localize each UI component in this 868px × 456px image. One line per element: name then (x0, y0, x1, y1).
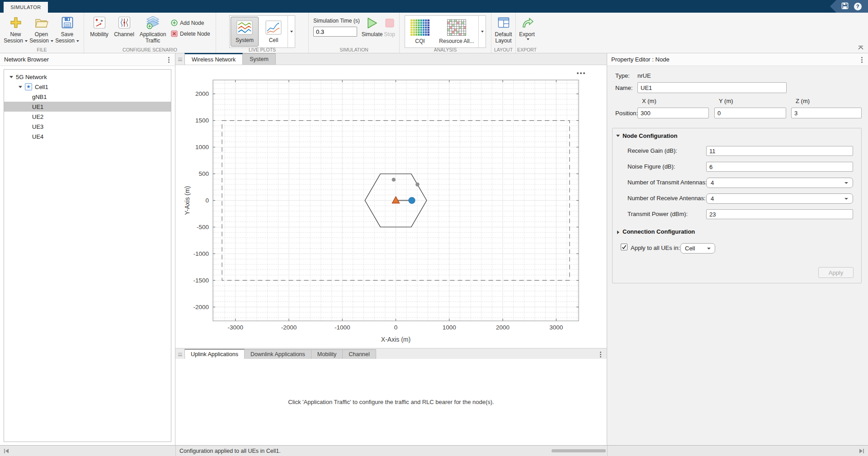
open-session-button[interactable]: Open Session (28, 14, 54, 44)
svg-text:0: 0 (394, 324, 398, 331)
receive-gain-input[interactable] (706, 146, 853, 156)
apply-to-all-checkbox[interactable] (621, 244, 627, 250)
drag-handle-icon[interactable] (178, 58, 182, 61)
quick-access-toolbar: ? (830, 0, 868, 13)
tree-item-label: gNB1 (32, 94, 47, 100)
expander-icon[interactable] (9, 76, 13, 78)
skip-to-start-icon[interactable] (4, 448, 9, 455)
node-UE-marker[interactable] (415, 183, 420, 187)
main-area: Network Browser 5G Network★Cell1gNB1UE1U… (0, 53, 868, 445)
position-x-input[interactable] (637, 108, 709, 118)
tree-item-ue4[interactable]: UE4 (4, 132, 171, 141)
simulate-play-icon (366, 17, 378, 29)
ribbon-section-layout: Default Layout LAYOUT (491, 13, 516, 53)
mobility-button[interactable]: Mobility (87, 14, 112, 38)
resource-grid-icon (447, 19, 466, 37)
panel-menu-icon[interactable] (600, 352, 601, 353)
receive-antennas-label: Number of Receive Antennas: (627, 195, 706, 202)
property-editor-panel: Property Editor : Node Type: nrUE Name: … (607, 53, 868, 445)
network-tree: 5G Network★Cell1gNB1UE1UE2UE3UE4 (4, 69, 171, 442)
bottom-tab-bar: Uplink Applications Downlink Application… (175, 349, 607, 359)
tree-item-ue1[interactable]: UE1 (4, 102, 171, 112)
position-z-input[interactable] (791, 108, 862, 118)
tab-downlink-applications[interactable]: Downlink Applications (245, 349, 311, 359)
noise-figure-input[interactable] (706, 162, 853, 172)
transmit-antennas-dropdown[interactable]: 4 (706, 178, 853, 188)
tree-item-ue3[interactable]: UE3 (4, 122, 171, 132)
simulation-time-input[interactable] (313, 27, 357, 37)
tree-item-label: UE2 (32, 113, 43, 120)
node-gNB1-marker[interactable] (392, 197, 400, 203)
new-session-button[interactable]: New Session (3, 14, 28, 44)
add-node-button[interactable]: Add Node (171, 19, 210, 26)
tab-mobility[interactable]: Mobility (311, 349, 343, 359)
channel-button[interactable]: Channel (112, 14, 137, 38)
node-UE1-marker[interactable] (409, 197, 415, 204)
default-layout-button[interactable]: Default Layout (494, 14, 513, 44)
status-bar: Configuration applied to all UEs in Cell… (0, 445, 868, 456)
analysis-gallery-caret[interactable] (478, 16, 486, 47)
panel-menu-icon[interactable] (861, 57, 863, 58)
ribbon-section-analysis: CQI (400, 13, 491, 53)
name-label: Name: (615, 85, 632, 91)
status-message: Configuration applied to all UEs in Cell… (179, 448, 281, 454)
save-icon[interactable] (841, 2, 849, 11)
type-value: nrUE (637, 72, 651, 79)
axes-toolbar-ellipsis-icon[interactable] (577, 72, 579, 74)
live-plots-gallery-caret[interactable] (288, 16, 295, 47)
section-label-export: EXPORT (516, 47, 538, 52)
tab-uplink-applications[interactable]: Uplink Applications (184, 349, 245, 359)
tab-simulator[interactable]: SIMULATOR (4, 2, 48, 13)
name-input[interactable] (637, 82, 787, 93)
simulate-button[interactable]: Simulate (362, 14, 383, 38)
application-traffic-button[interactable]: Application Traffic (137, 14, 169, 44)
skip-to-end-icon[interactable] (859, 448, 864, 455)
expander-icon[interactable] (19, 86, 22, 88)
noise-figure-label: Noise Figure (dB): (627, 163, 675, 170)
analysis-gallery: CQI (405, 15, 486, 48)
dropdown-caret-icon (527, 38, 529, 40)
pos-header-x: X (m) (642, 98, 656, 104)
tree-item-gnb1[interactable]: gNB1 (4, 92, 171, 102)
apply-scope-dropdown[interactable]: Cell (680, 243, 715, 254)
pos-header-z: Z (m) (796, 98, 810, 104)
titlebar: SIMULATOR ? (0, 0, 868, 13)
ribbon: New Session Open Session (0, 13, 868, 53)
node-UE-marker[interactable] (392, 178, 396, 182)
position-y-input[interactable] (714, 108, 786, 118)
cell-plot-button[interactable]: Cell (259, 16, 288, 47)
applications-hint-text: Click 'Application Traffic' to configure… (288, 399, 494, 405)
applications-panel: Click 'Application Traffic' to configure… (175, 359, 607, 445)
tree-item-5g-network[interactable]: 5G Network (4, 72, 171, 82)
transmit-power-input[interactable] (706, 209, 853, 219)
tab-channel[interactable]: Channel (343, 349, 376, 359)
svg-text:2000: 2000 (496, 324, 509, 331)
plot-document: -3000-2000-10000100020003000-2000-1500-1… (175, 65, 607, 348)
resource-allocation-button[interactable]: Resource All... (435, 16, 478, 47)
collapse-ribbon-button[interactable] (857, 45, 864, 51)
svg-text:0: 0 (205, 197, 209, 204)
panel-menu-icon[interactable] (168, 57, 170, 58)
cqi-button[interactable]: CQI (405, 16, 435, 47)
tree-item-cell1[interactable]: ★Cell1 (4, 82, 171, 92)
receive-antennas-dropdown[interactable]: 4 (706, 193, 853, 204)
system-plot-button[interactable]: System (231, 17, 259, 47)
y-axis-label: Y-Axis (m) (184, 186, 191, 215)
horizontal-scrollbar-thumb[interactable] (552, 449, 606, 452)
delete-node-button[interactable]: Delete Node (171, 30, 210, 37)
export-button[interactable]: Export (519, 14, 535, 40)
chevron-down-icon (844, 182, 848, 184)
node-configuration-box: Node Configuration Receive Gain (dB): No… (612, 128, 862, 283)
tab-system[interactable]: System (243, 53, 276, 65)
chevron-down-icon (707, 248, 711, 249)
save-session-button[interactable]: Save Session (54, 14, 80, 44)
apply-button[interactable]: Apply (818, 267, 854, 278)
drag-handle-icon[interactable] (178, 353, 182, 356)
tab-wireless-network[interactable]: Wireless Network (184, 53, 243, 65)
tree-item-ue2[interactable]: UE2 (4, 112, 171, 122)
cell-plot-icon (265, 20, 282, 36)
section-expanded-icon[interactable] (616, 135, 620, 137)
network-browser-panel: Network Browser 5G Network★Cell1gNB1UE1U… (0, 53, 175, 445)
section-collapsed-icon[interactable] (617, 230, 619, 234)
help-icon[interactable]: ? (854, 3, 862, 10)
